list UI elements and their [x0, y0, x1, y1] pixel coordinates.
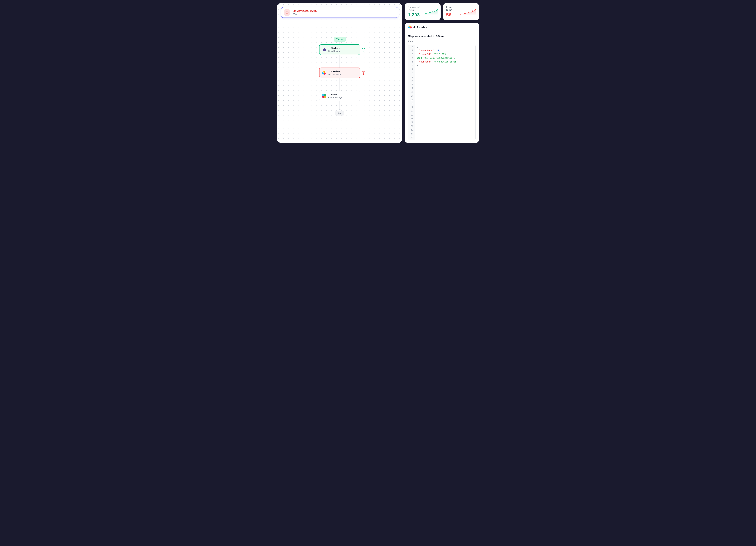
execution-summary: Step was executed in 384ms	[408, 35, 476, 38]
detail-header: 4. Airtable	[405, 23, 479, 32]
right-column: Successful Runs 1,203 Failed Runs 56	[405, 3, 479, 143]
sparkline-failed	[460, 8, 476, 16]
code-line: 4bcd8-4071-93a0-60a2982d5638",	[408, 56, 475, 60]
error-code-block[interactable]: 1{2 "errorCode": -1,3 "errorId": "32b1f2…	[408, 45, 476, 140]
svg-point-9	[472, 11, 473, 12]
flow-container: Trigger 1. Marketo New Record	[281, 37, 398, 115]
svg-point-8	[435, 11, 435, 11]
connector	[340, 41, 340, 44]
stat-card-success[interactable]: Successful Runs 1,203	[405, 3, 441, 20]
code-line: 1{	[408, 45, 475, 49]
airtable-icon	[408, 25, 412, 29]
flow-node-slack[interactable]: 3. Slack Post message	[319, 91, 360, 101]
code-line: 19	[408, 113, 475, 117]
svg-marker-5	[324, 72, 326, 75]
code-line: 7	[408, 68, 475, 71]
run-duration: 384ms	[293, 13, 317, 15]
stat-label: Failed Runs	[446, 6, 459, 12]
code-line: 11	[408, 83, 475, 87]
run-summary-card[interactable]: 20 May 2024, 16:46 384ms	[281, 7, 398, 18]
node-title: 3. Slack	[328, 93, 342, 96]
svg-marker-11	[408, 26, 410, 29]
code-line: 2 "errorCode": -1,	[408, 49, 475, 53]
marketo-icon	[322, 47, 326, 52]
svg-marker-12	[410, 26, 412, 29]
code-line: 10	[408, 79, 475, 83]
code-line: 16	[408, 102, 475, 106]
connector	[340, 55, 340, 67]
run-timestamp: 20 May 2024, 16:46	[293, 9, 317, 13]
stats-row: Successful Runs 1,203 Failed Runs 56	[405, 3, 479, 20]
code-line: 24	[408, 132, 475, 136]
code-line: 15	[408, 98, 475, 102]
flow-node-marketo[interactable]: 1. Marketo New Record	[319, 44, 360, 55]
code-line: 12	[408, 87, 475, 90]
code-line: 8	[408, 71, 475, 75]
app-root: 20 May 2024, 16:46 384ms Trigger 1. Mark…	[277, 3, 479, 143]
detail-title: 4. Airtable	[413, 26, 427, 29]
node-title: 2. Airtable	[328, 70, 341, 73]
code-line: 18	[408, 109, 475, 113]
code-line: 20	[408, 117, 475, 121]
sparkline-success	[425, 8, 438, 16]
node-title: 1. Marketo	[328, 47, 340, 50]
stat-card-failed[interactable]: Failed Runs 56	[443, 3, 479, 20]
svg-marker-10	[408, 25, 412, 27]
node-subtitle: Add an entry	[328, 73, 341, 76]
step-detail-panel: 4. Airtable Step was executed in 384ms E…	[405, 23, 479, 143]
code-line: 23	[408, 128, 475, 132]
flow-node-airtable[interactable]: 2. Airtable Add an entry	[319, 67, 360, 78]
airtable-icon	[322, 71, 326, 75]
code-line: 13	[408, 90, 475, 94]
alert-icon	[284, 9, 290, 16]
node-subtitle: New Record	[328, 50, 340, 52]
stat-label: Successful Runs	[408, 6, 423, 12]
node-subtitle: Post message	[328, 96, 342, 99]
stat-value: 1,203	[408, 12, 423, 18]
code-line: 9	[408, 75, 475, 79]
code-line: 17	[408, 106, 475, 109]
svg-marker-4	[322, 72, 324, 75]
error-label: Error	[408, 40, 476, 43]
code-line: 22	[408, 124, 475, 128]
code-line: 25	[408, 136, 475, 140]
code-line: 5 "message": "Connection Error"	[408, 60, 475, 64]
check-icon	[362, 48, 365, 51]
alert-icon	[362, 71, 365, 75]
connector	[340, 78, 340, 91]
trigger-label[interactable]: Trigger	[334, 37, 346, 41]
code-line: 3 "errorId": "32b1f269-	[408, 53, 475, 56]
workflow-canvas[interactable]: 20 May 2024, 16:46 384ms Trigger 1. Mark…	[277, 3, 402, 143]
code-line: 21	[408, 121, 475, 124]
stop-label: Stop	[335, 111, 344, 115]
connector-arrow	[340, 101, 340, 110]
svg-marker-3	[322, 71, 326, 73]
code-line: 14	[408, 94, 475, 98]
code-line: 6}	[408, 64, 475, 68]
stat-value: 56	[446, 12, 459, 18]
slack-icon	[322, 94, 326, 98]
